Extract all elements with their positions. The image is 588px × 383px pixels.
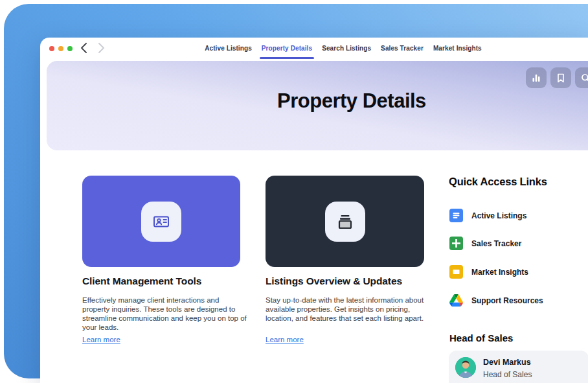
slides-file-icon — [449, 265, 463, 279]
bar-chart-button[interactable] — [526, 67, 547, 88]
tab-market-insights[interactable]: Market Insights — [433, 43, 482, 53]
archive-box-icon — [335, 211, 356, 232]
learn-more-link[interactable]: Learn more — [82, 336, 120, 343]
tab-active-listings[interactable]: Active Listings — [204, 43, 253, 53]
quick-link-label: Market Insights — [471, 268, 528, 277]
person-role: Head of Sales — [483, 370, 532, 379]
hero-banner: Property Details — [47, 61, 588, 150]
card-icon-badge — [325, 202, 365, 242]
client-management-card[interactable] — [82, 176, 240, 267]
bar-chart-icon — [532, 73, 541, 82]
screenshot-stage: Active Listings Property Details Search … — [0, 0, 588, 383]
tab-sales-tracker[interactable]: Sales Tracker — [380, 43, 424, 53]
close-window-button[interactable] — [49, 46, 54, 51]
sheets-file-icon — [449, 237, 463, 250]
contact-card-icon — [151, 211, 172, 232]
hero-action-buttons — [526, 67, 588, 88]
browser-window: Active Listings Property Details Search … — [40, 38, 588, 383]
card-icon-badge — [141, 202, 181, 242]
quick-link-sales-tracker[interactable]: Sales Tracker — [449, 237, 521, 250]
quick-link-market-insights[interactable]: Market Insights — [449, 265, 528, 279]
page-title: Property Details — [81, 89, 588, 113]
bookmark-icon — [556, 73, 565, 83]
quick-access-heading: Quick Access Links — [449, 176, 547, 188]
card-title: Client Management Tools — [82, 275, 201, 287]
docs-file-icon — [449, 209, 463, 222]
head-of-sales-card[interactable]: Devi Markus Head of Sales — [449, 351, 588, 383]
window-chrome-bar: Active Listings Property Details Search … — [40, 38, 588, 61]
listings-overview-card[interactable] — [266, 176, 424, 267]
card-description: Stay up-to-date with the latest informat… — [266, 296, 430, 323]
minimize-window-button[interactable] — [58, 46, 63, 51]
quick-link-label: Active Listings — [471, 211, 526, 220]
quick-link-support-resources[interactable]: Support Resources — [449, 294, 543, 307]
quick-link-label: Support Resources — [471, 296, 543, 305]
google-drive-icon — [449, 294, 463, 307]
avatar — [455, 357, 476, 378]
tab-property-details[interactable]: Property Details — [261, 43, 313, 53]
bookmark-button[interactable] — [550, 67, 571, 88]
nav-tab-bar: Active Listings Property Details Search … — [69, 43, 588, 53]
card-description: Effectively manage client interactions a… — [82, 296, 247, 332]
learn-more-link[interactable]: Learn more — [266, 336, 304, 343]
quick-link-active-listings[interactable]: Active Listings — [449, 209, 526, 222]
card-title: Listings Overview & Updates — [266, 275, 402, 287]
quick-link-label: Sales Tracker — [471, 239, 521, 248]
tab-search-listings[interactable]: Search Listings — [321, 43, 372, 53]
search-icon — [581, 73, 588, 83]
person-name: Devi Markus — [483, 358, 531, 367]
search-button[interactable] — [575, 67, 588, 88]
head-of-sales-heading: Head of Sales — [449, 332, 513, 343]
